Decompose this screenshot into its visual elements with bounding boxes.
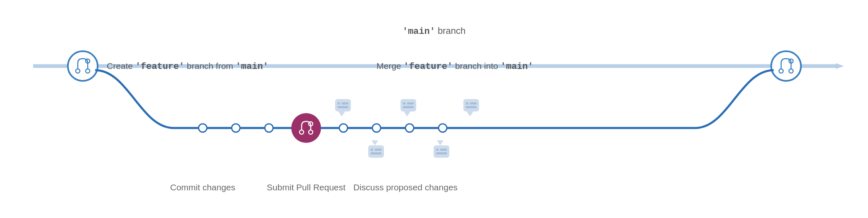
svg-rect-39 — [466, 106, 477, 108]
svg-rect-32 — [436, 149, 439, 151]
commit-node-2 — [232, 124, 240, 132]
svg-rect-29 — [403, 106, 414, 108]
merge-branch-text: Merge 'feature' branch into 'main' — [376, 61, 533, 71]
svg-rect-28 — [407, 102, 414, 104]
left-branch-node — [68, 51, 98, 81]
svg-rect-17 — [338, 102, 340, 104]
svg-marker-31 — [437, 140, 444, 145]
create-branch-text: Create 'feature' branch from 'main' — [107, 61, 269, 71]
commit-text: Commit changes — [170, 182, 235, 192]
comment-bubble-2 — [368, 140, 384, 158]
create-branch-label: Create 'feature' branch from 'main' — [107, 61, 269, 72]
svg-rect-35 — [463, 99, 479, 111]
svg-rect-25 — [400, 99, 416, 111]
discuss-label: Discuss proposed changes — [353, 182, 458, 192]
svg-rect-27 — [403, 102, 405, 104]
svg-rect-19 — [338, 106, 348, 108]
svg-rect-34 — [436, 152, 447, 154]
commit-node-5 — [372, 124, 381, 132]
svg-rect-37 — [466, 102, 468, 104]
svg-rect-30 — [434, 145, 449, 158]
svg-marker-26 — [404, 111, 410, 116]
main-code-1: 'main' — [235, 62, 268, 72]
commit-node-7 — [439, 124, 447, 132]
svg-rect-18 — [342, 102, 348, 104]
main-branch-label: 'main' branch — [403, 26, 466, 37]
svg-rect-24 — [371, 152, 381, 154]
svg-rect-33 — [440, 149, 447, 151]
svg-rect-38 — [470, 102, 477, 104]
commit-changes-label: Commit changes — [170, 182, 235, 192]
main-branch-arrow — [836, 63, 844, 69]
main-code-2: 'main' — [501, 62, 533, 72]
main-branch-text: 'main' branch — [403, 26, 466, 36]
svg-rect-22 — [371, 149, 373, 151]
commit-node-6 — [405, 124, 414, 132]
pr-node — [291, 113, 321, 143]
svg-rect-23 — [375, 149, 381, 151]
commit-node-3 — [265, 124, 273, 132]
discuss-text: Discuss proposed changes — [353, 182, 458, 192]
svg-marker-36 — [467, 111, 473, 116]
pr-label: Submit Pull Request — [267, 182, 345, 192]
feature-code-1: 'feature' — [135, 62, 185, 72]
svg-rect-20 — [368, 145, 384, 158]
diagram-container: 'main' branch Create 'feature' branch fr… — [0, 0, 868, 218]
svg-marker-21 — [372, 140, 378, 145]
commit-node-1 — [199, 124, 207, 132]
comment-bubble-3 — [400, 99, 416, 116]
commit-node-4 — [339, 124, 348, 132]
right-branch-node — [771, 51, 801, 81]
comment-bubble-1 — [335, 99, 351, 116]
merge-branch-label: Merge 'feature' branch into 'main' — [376, 61, 533, 72]
svg-marker-16 — [338, 111, 345, 116]
comment-bubble-4 — [434, 140, 449, 158]
pr-text: Submit Pull Request — [267, 182, 345, 192]
svg-rect-15 — [335, 99, 351, 111]
comment-bubble-5 — [463, 99, 479, 116]
feature-code-2: 'feature' — [403, 62, 453, 72]
feature-branch-line — [95, 70, 774, 128]
